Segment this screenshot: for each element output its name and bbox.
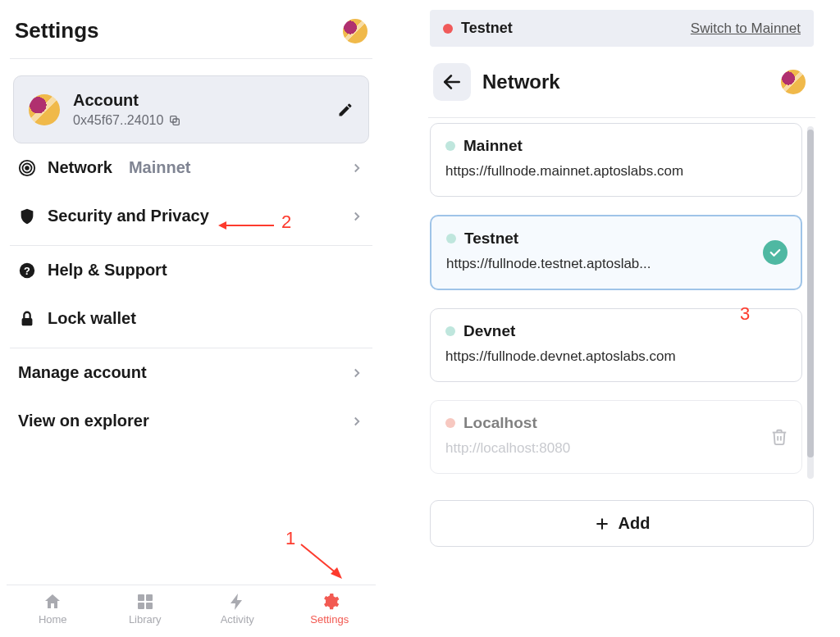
nav-activity[interactable]: Activity	[191, 592, 284, 626]
network-url: https://fullnode.devnet.aptoslabs.com	[445, 348, 787, 365]
avatar[interactable]	[781, 70, 806, 94]
annotation-2: 2	[281, 212, 291, 233]
banner-label: Testnet	[461, 20, 513, 37]
check-icon	[763, 240, 788, 265]
home-icon	[43, 592, 62, 612]
nav-home-label: Home	[39, 613, 67, 626]
network-card-localhost[interactable]: Localhosthttp://localhost:8080	[430, 400, 802, 474]
network-banner: Testnet Switch to Mainnet	[430, 10, 814, 47]
svg-rect-9	[146, 594, 153, 601]
shield-icon	[18, 207, 36, 225]
network-name: Testnet	[464, 230, 518, 248]
broadcast-icon	[18, 159, 36, 177]
help-row[interactable]: ? Help & Support	[7, 246, 376, 294]
network-name-row: Localhost	[445, 414, 787, 432]
divider	[428, 117, 815, 118]
nav-library-label: Library	[129, 613, 162, 626]
network-url: https://fullnode.testnet.aptoslab...	[446, 256, 786, 272]
add-network-button[interactable]: Add	[430, 500, 814, 547]
manage-account-row[interactable]: Manage account	[7, 348, 376, 397]
switch-mainnet-link[interactable]: Switch to Mainnet	[691, 20, 801, 37]
bottom-nav: Home Library Activity Settings	[7, 585, 376, 629]
account-avatar	[29, 94, 60, 125]
svg-line-14	[301, 544, 337, 574]
nav-settings[interactable]: Settings	[284, 592, 377, 626]
svg-rect-11	[146, 603, 153, 609]
chevron-right-icon	[349, 209, 364, 224]
help-icon: ?	[18, 262, 36, 280]
nav-home[interactable]: Home	[7, 592, 99, 626]
svg-text:?: ?	[24, 264, 30, 276]
status-dot-icon	[445, 141, 455, 151]
security-label: Security and Privacy	[48, 207, 209, 225]
view-explorer-label: View on explorer	[18, 412, 149, 430]
network-title: Network	[482, 71, 769, 93]
add-label: Add	[619, 514, 651, 533]
grid-icon	[135, 592, 155, 612]
svg-marker-13	[218, 221, 226, 230]
account-title: Account	[73, 91, 181, 110]
page-title: Settings	[15, 18, 99, 43]
status-dot-icon	[443, 24, 453, 34]
network-value: Mainnet	[129, 158, 191, 177]
annotation-arrow-2	[218, 218, 276, 233]
status-dot-icon	[445, 418, 455, 428]
settings-header: Settings	[7, 8, 376, 58]
gear-icon	[320, 592, 340, 612]
chevron-right-icon	[349, 161, 364, 175]
lock-icon	[18, 310, 36, 328]
chevron-right-icon	[349, 366, 364, 380]
svg-point-2	[25, 166, 29, 170]
status-dot-icon	[446, 234, 456, 243]
scrollbar[interactable]	[807, 126, 814, 479]
copy-icon[interactable]	[168, 114, 181, 127]
network-list: Mainnethttps://fullnode.mainnet.aptoslab…	[430, 123, 814, 492]
help-label: Help & Support	[48, 261, 167, 280]
network-panel: Testnet Switch to Mainnet Network Mainne…	[425, 8, 819, 629]
avatar[interactable]	[343, 19, 368, 43]
chevron-right-icon	[349, 414, 364, 429]
network-label: Network	[48, 158, 112, 177]
annotation-1: 1	[285, 528, 295, 549]
network-card-testnet[interactable]: Testnethttps://fullnode.testnet.aptoslab…	[430, 215, 802, 290]
account-info: Account 0x45f67..24010	[73, 91, 181, 128]
network-name: Mainnet	[463, 137, 523, 155]
edit-icon[interactable]	[337, 102, 354, 118]
network-header: Network	[425, 47, 819, 117]
bolt-icon	[227, 592, 247, 612]
trash-icon[interactable]	[770, 428, 788, 446]
svg-rect-7	[22, 318, 33, 325]
network-name: Localhost	[463, 414, 537, 432]
network-row[interactable]: Network Mainnet	[7, 143, 376, 192]
view-explorer-row[interactable]: View on explorer	[7, 397, 376, 445]
status-dot-icon	[445, 326, 455, 336]
lock-row[interactable]: Lock wallet	[7, 294, 376, 343]
network-name-row: Devnet	[445, 322, 787, 340]
account-address-row: 0x45f67..24010	[73, 113, 181, 128]
network-name-row: Mainnet	[445, 137, 787, 155]
lock-label: Lock wallet	[48, 309, 136, 328]
network-name-row: Testnet	[446, 230, 786, 248]
nav-activity-label: Activity	[221, 613, 254, 626]
settings-panel: Settings Account 0x45f67..24010	[7, 8, 376, 629]
network-url: https://fullnode.mainnet.aptoslabs.com	[445, 163, 787, 180]
account-card[interactable]: Account 0x45f67..24010	[13, 75, 369, 143]
divider	[10, 58, 372, 59]
annotation-3: 3	[740, 303, 750, 325]
security-row[interactable]: Security and Privacy	[7, 192, 376, 240]
svg-rect-10	[138, 603, 144, 609]
manage-account-label: Manage account	[18, 363, 147, 382]
network-url: http://localhost:8080	[445, 440, 787, 457]
network-card-mainnet[interactable]: Mainnethttps://fullnode.mainnet.aptoslab…	[430, 123, 802, 197]
banner-left: Testnet	[443, 20, 513, 37]
nav-settings-label: Settings	[310, 613, 349, 626]
back-button[interactable]	[433, 63, 471, 101]
nav-library[interactable]: Library	[99, 592, 192, 626]
account-address: 0x45f67..24010	[73, 113, 163, 128]
annotation-arrow-1	[299, 543, 349, 584]
svg-rect-8	[138, 594, 144, 601]
network-name: Devnet	[463, 322, 515, 340]
